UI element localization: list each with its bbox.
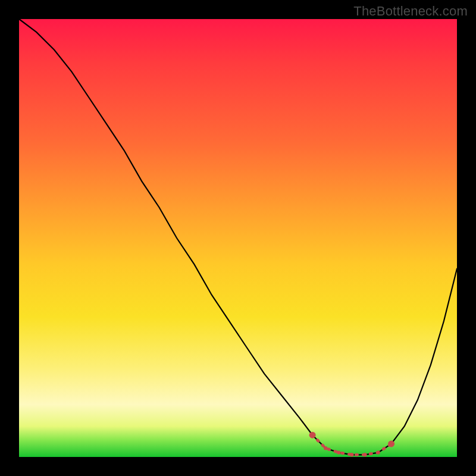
sweet-spot-dot (376, 450, 380, 454)
sweet-spot-markers (309, 432, 395, 457)
plot-area (19, 19, 457, 457)
curve-svg (19, 19, 457, 457)
chart-frame: TheBottleneck.com (0, 0, 476, 476)
sweet-spot-dot (309, 432, 316, 439)
sweet-spot-dot (324, 446, 327, 450)
sweet-spot-dot (363, 453, 367, 456)
sweet-spot-dot (388, 440, 394, 447)
sweet-spot-dot (350, 453, 353, 456)
sweet-spot-dot (337, 450, 340, 454)
watermark-text: TheBottleneck.com (353, 4, 468, 19)
bottleneck-curve (19, 19, 457, 455)
